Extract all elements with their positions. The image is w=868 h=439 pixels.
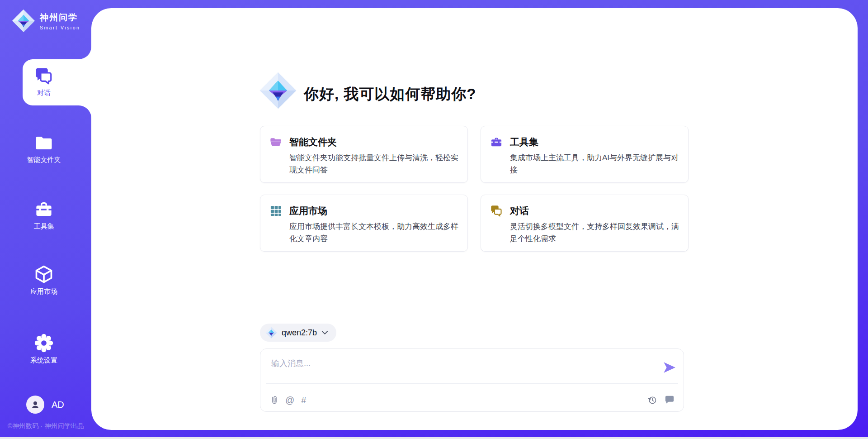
gear-icon xyxy=(34,333,54,353)
card-title: 应用市场 xyxy=(289,205,327,217)
brand-name: 神州问学 xyxy=(40,12,80,24)
brand-subtitle: Smart Vision xyxy=(40,25,80,30)
model-diamond-icon xyxy=(265,327,277,339)
paperclip-icon[interactable] xyxy=(270,395,278,405)
sidebar-item-label: 智能文件夹 xyxy=(27,156,61,164)
sidebar: 神州问学 Smart Vision 对话 智能文件夹 xyxy=(0,0,91,437)
model-name: qwen2:7b xyxy=(282,328,317,338)
avatar[interactable] xyxy=(26,396,44,414)
sidebar-item-toolset[interactable]: 工具集 xyxy=(0,200,88,231)
card-title: 对话 xyxy=(510,205,529,217)
copyright-footer: ©神州数码 · 神州问学出品 xyxy=(0,422,91,430)
feature-cards: 智能文件夹 智能文件夹功能支持批量文件上传与清洗，轻松实现文件问答 xyxy=(260,126,689,252)
card-description: 应用市场提供丰富长文本模板，助力高效生成多样化文章内容 xyxy=(289,220,464,245)
sidebar-item-label: 应用市场 xyxy=(30,287,57,296)
card-title: 智能文件夹 xyxy=(289,136,337,148)
brand-diamond-icon xyxy=(12,9,35,33)
sidebar-item-smart-folder[interactable]: 智能文件夹 xyxy=(0,134,88,164)
chat-bubbles-icon xyxy=(34,67,53,86)
chevron-down-icon xyxy=(321,330,328,335)
message-input[interactable] xyxy=(271,356,642,371)
grid-icon xyxy=(269,205,282,217)
cube-icon xyxy=(34,264,54,284)
model-selector[interactable]: qwen2:7b xyxy=(260,324,336,342)
card-title: 工具集 xyxy=(510,136,538,148)
send-icon[interactable] xyxy=(663,361,676,374)
sidebar-item-label: 工具集 xyxy=(34,222,54,231)
composer-tools-left: @ # xyxy=(270,395,306,405)
brand-logo: 神州问学 Smart Vision xyxy=(12,9,80,33)
card-app-market[interactable]: 应用市场 应用市场提供丰富长文本模板，助力高效生成多样化文章内容 xyxy=(260,195,468,252)
hero-diamond-icon xyxy=(259,72,297,110)
chat-bubbles-icon xyxy=(490,205,503,217)
chat-bubble-icon[interactable] xyxy=(665,395,675,405)
card-smart-folder[interactable]: 智能文件夹 智能文件夹功能支持批量文件上传与清洗，轻松实现文件问答 xyxy=(260,126,468,183)
folder-icon xyxy=(34,134,53,153)
main-panel: 你好, 我可以如何帮助你? 智能文件夹 智能文件夹功能支持批量文件上传与清洗，轻… xyxy=(91,8,858,430)
sidebar-item-chat[interactable]: 对话 xyxy=(0,67,88,97)
greeting-title: 你好, 我可以如何帮助你? xyxy=(304,84,476,105)
person-icon xyxy=(30,399,41,410)
user-initials: AD xyxy=(52,400,64,410)
sidebar-item-label: 系统设置 xyxy=(30,356,57,365)
topic-icon[interactable]: # xyxy=(301,395,306,405)
card-description: 智能文件夹功能支持批量文件上传与清洗，轻松实现文件问答 xyxy=(289,152,464,176)
app-window: 神州问学 Smart Vision 对话 智能文件夹 xyxy=(0,0,868,439)
sidebar-item-label: 对话 xyxy=(37,89,51,97)
message-composer: @ # xyxy=(260,348,684,412)
composer-divider xyxy=(266,383,678,384)
card-toolset[interactable]: 工具集 集成市场上主流工具，助力AI与外界无缝扩展与对接 xyxy=(481,126,689,183)
card-chat[interactable]: 对话 灵活切换多模型文件，支持多样回复效果调试，满足个性化需求 xyxy=(481,195,689,252)
user-account[interactable]: AD xyxy=(26,396,64,414)
history-icon[interactable] xyxy=(647,395,657,405)
window-bottom-edge xyxy=(0,437,868,439)
sidebar-item-app-market[interactable]: 应用市场 xyxy=(0,264,88,296)
card-description: 灵活切换多模型文件，支持多样回复效果调试，满足个性化需求 xyxy=(510,220,684,245)
folder-open-icon xyxy=(269,136,282,148)
composer-tools-right xyxy=(647,395,675,405)
toolbox-icon xyxy=(490,136,503,148)
mention-icon[interactable]: @ xyxy=(285,395,294,405)
card-description: 集成市场上主流工具，助力AI与外界无缝扩展与对接 xyxy=(510,152,684,176)
sidebar-item-settings[interactable]: 系统设置 xyxy=(0,333,88,365)
toolbox-icon xyxy=(34,200,53,219)
